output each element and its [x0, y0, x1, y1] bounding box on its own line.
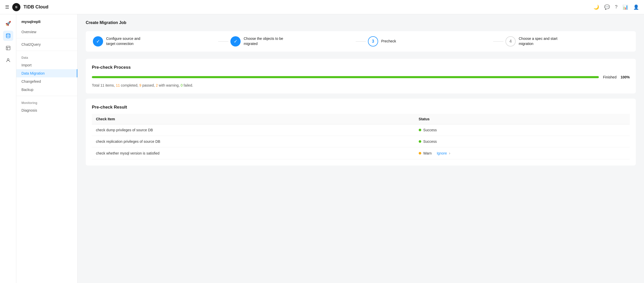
help-icon[interactable]: ?: [615, 4, 617, 10]
table-row: check replication privileges of source D…: [92, 136, 630, 147]
left-sidebar: mysqlrepli Overview Chat2Query Data Impo…: [16, 14, 78, 283]
completed-label: completed,: [120, 83, 139, 87]
ignore-link[interactable]: Ignore: [437, 151, 447, 155]
top-navigation: ☰ ti TiDB Cloud 🌙 💬 ? 📊 👤: [0, 0, 644, 14]
user-icon[interactable]: 👤: [633, 4, 639, 10]
step-1: ✓ Configure source and target connection: [93, 36, 216, 46]
status-text-2: Success: [423, 139, 437, 144]
col-header-item: Check Item: [92, 114, 415, 124]
progress-section: Finished 100%: [92, 75, 630, 79]
step-4-label: Choose a spec and start migration: [519, 36, 560, 46]
step-3-label: Precheck: [381, 39, 396, 44]
sidebar-section-data: Data: [16, 53, 77, 61]
precheck-process-card: Pre-check Process Finished 100% Total 11…: [86, 59, 636, 93]
main-content: Create Migration Job ✓ Configure source …: [78, 14, 644, 283]
expand-icon[interactable]: ›: [449, 151, 450, 156]
step-2: ✓ Choose the objects to be migrated: [230, 36, 354, 46]
check-status-2: Success: [415, 136, 630, 147]
sidebar-item-data-migration[interactable]: Data Migration: [16, 69, 77, 77]
step-4-icon: 4: [505, 36, 516, 46]
col-header-status: Status: [415, 114, 630, 124]
step-1-label: Configure source and target connection: [106, 36, 147, 46]
cluster-name: mysqlrepli: [16, 19, 77, 28]
summary-text: Total 11 items,: [92, 83, 116, 87]
status-dot-success-2: [419, 140, 421, 143]
check-item-3: check whether mysql version is satisfied: [92, 147, 415, 159]
status-text-1: Success: [423, 128, 437, 132]
warn-label: with warning,: [158, 83, 180, 87]
analytics-icon[interactable]: 📊: [623, 4, 628, 10]
sidebar-item-changefeed[interactable]: Changefeed: [16, 77, 77, 86]
sidebar-icon-deploy[interactable]: 🚀: [3, 18, 13, 29]
stepper: ✓ Configure source and target connection…: [86, 31, 636, 52]
table-row: check whether mysql version is satisfied…: [92, 147, 630, 159]
brand-name: TiDB Cloud: [23, 4, 48, 10]
sidebar-section-monitoring: Monitoring: [16, 98, 77, 106]
chat-icon[interactable]: 💬: [604, 4, 610, 10]
step-3: 3 Precheck: [368, 36, 491, 46]
sidebar-item-chat2query[interactable]: Chat2Query: [16, 40, 77, 49]
status-dot-warn-1: [419, 152, 421, 155]
count-failed: 0: [181, 83, 183, 87]
progress-bar-track: [92, 76, 599, 78]
sidebar-icon-query[interactable]: [3, 43, 13, 53]
sidebar-icon-user[interactable]: [3, 55, 13, 65]
sidebar-item-overview[interactable]: Overview: [16, 28, 77, 36]
table-row: check dump privileges of source DB Succe…: [92, 124, 630, 136]
passed-label: passed,: [141, 83, 156, 87]
precheck-process-title: Pre-check Process: [92, 65, 630, 70]
check-status-1: Success: [415, 124, 630, 136]
svg-rect-1: [6, 46, 10, 50]
progress-percent: 100%: [621, 75, 630, 79]
step-2-label: Choose the objects to be migrated: [244, 36, 284, 46]
sidebar-item-backup[interactable]: Backup: [16, 86, 77, 94]
sidebar-divider-1: [16, 38, 77, 38]
check-table: Check Item Status check dump privileges …: [92, 114, 630, 159]
progress-bar-fill: [92, 76, 599, 78]
step-connector-3: [493, 41, 503, 42]
theme-toggle-icon[interactable]: 🌙: [593, 4, 599, 10]
failed-label: failed.: [183, 83, 193, 87]
step-2-icon: ✓: [230, 36, 241, 46]
sidebar-item-diagnosis[interactable]: Diagnosis: [16, 106, 77, 114]
count-passed: 9: [139, 83, 141, 87]
sidebar-icon-database[interactable]: [3, 31, 13, 41]
precheck-result-card: Pre-check Result Check Item Status check…: [86, 99, 636, 166]
step-connector-2: [356, 41, 366, 42]
precheck-result-title: Pre-check Result: [92, 105, 630, 110]
status-text-3: Warn: [423, 151, 432, 155]
hamburger-menu[interactable]: ☰: [5, 4, 9, 10]
svg-point-4: [7, 58, 9, 60]
sidebar-divider-2: [16, 51, 77, 51]
progress-summary: Total 11 items, 11 completed, 9 passed, …: [92, 83, 630, 87]
step-connector-1: [218, 41, 228, 42]
logo: ti: [12, 3, 20, 11]
sidebar-divider-3: [16, 96, 77, 96]
sidebar-item-import[interactable]: Import: [16, 61, 77, 69]
step-3-icon: 3: [368, 36, 378, 46]
check-item-2: check replication privileges of source D…: [92, 136, 415, 147]
check-status-3: Warn Ignore ›: [415, 147, 630, 159]
step-4: 4 Choose a spec and start migration: [505, 36, 629, 46]
progress-status-label: Finished: [603, 75, 616, 79]
step-1-icon: ✓: [93, 36, 103, 46]
page-title: Create Migration Job: [86, 20, 636, 25]
icon-sidebar: 🚀: [0, 14, 16, 283]
check-item-1: check dump privileges of source DB: [92, 124, 415, 136]
status-dot-success-1: [419, 129, 421, 131]
svg-point-0: [6, 34, 10, 35]
count-completed: 11: [116, 83, 120, 87]
